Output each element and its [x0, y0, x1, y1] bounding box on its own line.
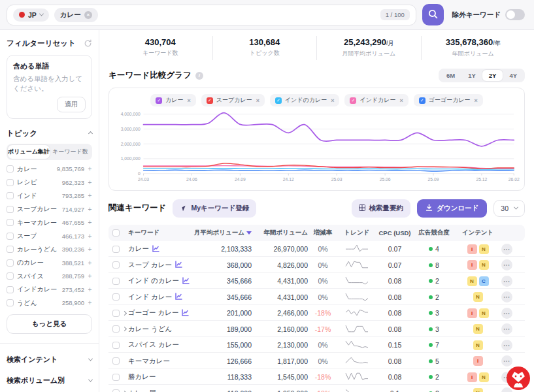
- topic-item[interactable]: インドカレー273,452+: [7, 285, 92, 294]
- keyword-text[interactable]: スープ カレー: [128, 261, 172, 270]
- column-header-6[interactable]: CPC (USD): [376, 229, 414, 237]
- chat-mascot-button[interactable]: [506, 366, 531, 391]
- row-checkbox[interactable]: [112, 357, 120, 365]
- topic-item[interactable]: スープカレー714,927+: [7, 204, 92, 214]
- legend-color-checkbox[interactable]: ✓: [207, 97, 213, 104]
- include-words-input[interactable]: 含める単語を入力してください。: [13, 74, 86, 93]
- topic-item[interactable]: レシピ962,323+: [7, 178, 92, 187]
- page-size-select[interactable]: 30: [493, 200, 525, 217]
- topic-item[interactable]: うどん258,900+: [7, 299, 92, 308]
- row-actions-button[interactable]: ●●●: [501, 291, 512, 302]
- row-checkbox[interactable]: [112, 389, 120, 392]
- legend-color-checkbox[interactable]: ✓: [350, 97, 356, 104]
- add-topic-icon[interactable]: +: [88, 233, 92, 240]
- search-button[interactable]: [422, 4, 444, 25]
- reset-icon[interactable]: [84, 39, 92, 48]
- keyword-chart-icon[interactable]: [175, 293, 182, 301]
- topic-item[interactable]: のカレー388,521+: [7, 258, 92, 267]
- row-actions-button[interactable]: ●●●: [501, 340, 512, 351]
- keyword-text[interactable]: スパイス カレー: [128, 340, 179, 350]
- legend-chip[interactable]: ✓カレー×: [150, 94, 196, 106]
- legend-chip[interactable]: ✓ゴーゴーカレー×: [414, 94, 483, 106]
- row-checkbox[interactable]: [112, 374, 120, 381]
- row-actions-button[interactable]: ●●●: [501, 355, 512, 367]
- row-checkbox[interactable]: [112, 310, 120, 317]
- keyword-text[interactable]: インド のカレー: [128, 276, 179, 286]
- topic-tab-inactive[interactable]: キーワード数: [50, 145, 91, 159]
- keyword-text[interactable]: キーマカレー: [128, 357, 170, 366]
- column-header-5[interactable]: トレンド: [338, 229, 376, 237]
- range-1Y[interactable]: 1Y: [461, 70, 482, 81]
- keyword-search-bar[interactable]: JP カレー × 1 / 100: [7, 5, 416, 25]
- keyword-chart-icon[interactable]: [182, 309, 189, 318]
- expand-row-icon[interactable]: [122, 327, 127, 331]
- remove-series-icon[interactable]: ×: [400, 97, 403, 104]
- add-topic-icon[interactable]: +: [88, 165, 92, 172]
- row-checkbox[interactable]: [112, 246, 120, 253]
- topic-checkbox[interactable]: [7, 246, 14, 253]
- legend-chip[interactable]: ✓インドのカレー×: [270, 94, 340, 106]
- remove-series-icon[interactable]: ×: [331, 97, 334, 104]
- column-header-4[interactable]: 増減率: [308, 229, 338, 237]
- add-topic-icon[interactable]: +: [88, 219, 92, 226]
- topic-checkbox[interactable]: [7, 286, 14, 293]
- row-actions-button[interactable]: ●●●: [501, 244, 512, 255]
- keyword-text[interactable]: インド カレー: [128, 293, 172, 302]
- row-actions-button[interactable]: ●●●: [501, 259, 512, 270]
- keyword-chart-icon[interactable]: [182, 277, 190, 286]
- range-2Y[interactable]: 2Y: [482, 70, 503, 81]
- add-topic-icon[interactable]: +: [88, 179, 92, 186]
- topic-item[interactable]: カレーうどん390,236+: [7, 245, 92, 254]
- exclude-keyword-toggle[interactable]: [505, 9, 525, 20]
- column-header-1[interactable]: キーワード: [128, 229, 194, 237]
- row-actions-button[interactable]: ●●●: [501, 276, 512, 287]
- country-selector[interactable]: JP: [13, 8, 49, 22]
- row-checkbox[interactable]: [112, 261, 120, 269]
- keyword-text[interactable]: カレー屋: [128, 389, 156, 392]
- legend-chip[interactable]: ✓インドカレー×: [344, 94, 408, 106]
- select-all-checkbox[interactable]: [112, 229, 120, 237]
- legend-color-checkbox[interactable]: ✓: [156, 97, 162, 104]
- topic-item[interactable]: インド793,285+: [7, 191, 92, 201]
- download-button[interactable]: ダウンロード: [417, 199, 487, 218]
- add-topic-icon[interactable]: +: [88, 259, 92, 267]
- topic-tab-active[interactable]: ボリューム集計: [8, 145, 50, 159]
- topic-checkbox[interactable]: [7, 299, 14, 306]
- topic-item[interactable]: カレー9,835,769+: [7, 165, 92, 174]
- range-6M[interactable]: 6M: [440, 70, 461, 81]
- show-more-button[interactable]: もっと見る: [7, 314, 92, 334]
- add-topic-icon[interactable]: +: [88, 286, 92, 293]
- topic-checkbox[interactable]: [7, 272, 14, 280]
- topic-checkbox[interactable]: [7, 259, 14, 267]
- legend-chip[interactable]: ✓スープカレー×: [201, 94, 265, 106]
- column-header-7[interactable]: 広告競合度: [414, 229, 454, 237]
- add-topic-icon[interactable]: +: [88, 246, 92, 253]
- row-checkbox[interactable]: [112, 278, 120, 285]
- topic-checkbox[interactable]: [7, 233, 14, 240]
- add-topic-icon[interactable]: +: [88, 192, 92, 199]
- add-topic-icon[interactable]: +: [88, 299, 92, 306]
- sort-descending-icon[interactable]: [246, 231, 252, 235]
- search-volume-summary-button[interactable]: 検索量要約: [352, 199, 411, 218]
- info-icon[interactable]: i: [195, 72, 203, 80]
- range-4Y[interactable]: 4Y: [503, 70, 524, 81]
- remove-series-icon[interactable]: ×: [256, 97, 259, 104]
- row-checkbox[interactable]: [112, 325, 120, 333]
- row-checkbox[interactable]: [112, 293, 120, 301]
- topic-checkbox[interactable]: [7, 165, 14, 172]
- topic-checkbox[interactable]: [7, 219, 14, 226]
- remove-keyword-icon[interactable]: ×: [84, 11, 92, 19]
- expand-row-icon[interactable]: [122, 311, 127, 316]
- topic-item[interactable]: スパイス288,759+: [7, 272, 92, 281]
- add-topic-icon[interactable]: +: [88, 272, 92, 280]
- column-header-2[interactable]: 月平均ボリューム: [194, 229, 252, 237]
- keyword-text[interactable]: カレー: [128, 244, 149, 253]
- column-header-8[interactable]: インテント: [454, 229, 501, 237]
- topic-item[interactable]: キーマカレー467,655+: [7, 218, 92, 227]
- sidebar-section-検索インテント[interactable]: 検索インテント: [7, 355, 92, 365]
- keyword-text[interactable]: ゴーゴー カレー: [128, 308, 178, 318]
- keyword-tag[interactable]: カレー ×: [54, 8, 98, 22]
- row-actions-button[interactable]: ●●●: [501, 308, 512, 319]
- legend-color-checkbox[interactable]: ✓: [419, 97, 426, 104]
- keyword-text[interactable]: カレー うどん: [128, 325, 172, 334]
